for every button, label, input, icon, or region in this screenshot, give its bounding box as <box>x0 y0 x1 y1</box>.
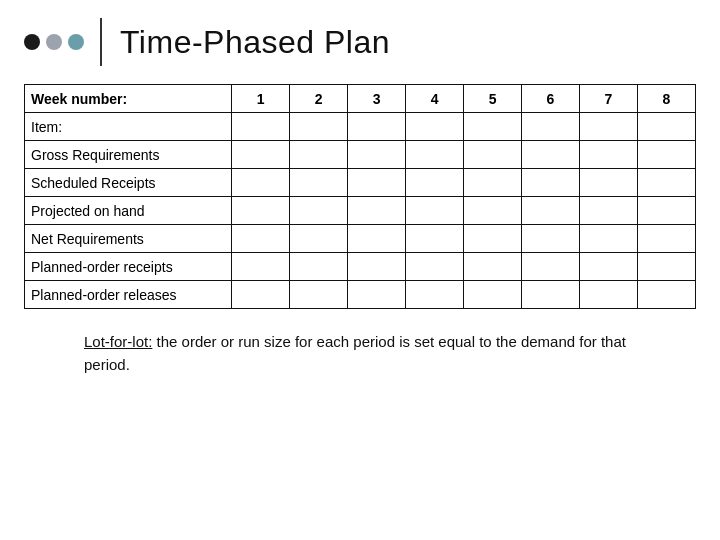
table-row-gross: Gross Requirements <box>25 141 696 169</box>
row-label-projected: Projected on hand <box>25 197 232 225</box>
week-col-1: 1 <box>232 85 290 113</box>
table-wrapper: Week number: 1 2 3 4 5 6 7 8 Item: <box>24 84 696 309</box>
week-col-4: 4 <box>406 85 464 113</box>
time-phased-table: Week number: 1 2 3 4 5 6 7 8 Item: <box>24 84 696 309</box>
dot-black <box>24 34 40 50</box>
week-col-6: 6 <box>522 85 580 113</box>
row-label-net: Net Requirements <box>25 225 232 253</box>
header-divider <box>100 18 102 66</box>
table-row-scheduled: Scheduled Receipts <box>25 169 696 197</box>
row-label-item: Item: <box>25 113 232 141</box>
table-row-planned-receipts: Planned-order receipts <box>25 253 696 281</box>
page-title: Time-Phased Plan <box>120 24 390 61</box>
table-header-row: Week number: 1 2 3 4 5 6 7 8 <box>25 85 696 113</box>
week-number-label: Week number: <box>25 85 232 113</box>
footer-text: Lot-for-lot: the order or run size for e… <box>84 331 644 376</box>
table-row-planned-releases: Planned-order releases <box>25 281 696 309</box>
page-container: Time-Phased Plan Week number: 1 2 3 4 5 … <box>0 0 720 540</box>
footer-underline: Lot-for-lot: <box>84 333 152 350</box>
table-row-projected: Projected on hand <box>25 197 696 225</box>
week-col-3: 3 <box>348 85 406 113</box>
week-col-8: 8 <box>637 85 695 113</box>
row-label-scheduled: Scheduled Receipts <box>25 169 232 197</box>
dot-gray <box>46 34 62 50</box>
week-col-7: 7 <box>580 85 638 113</box>
week-col-2: 2 <box>290 85 348 113</box>
row-label-planned-receipts: Planned-order receipts <box>25 253 232 281</box>
header: Time-Phased Plan <box>24 18 696 66</box>
dots-container <box>24 34 84 50</box>
table-row-item: Item: <box>25 113 696 141</box>
row-label-gross: Gross Requirements <box>25 141 232 169</box>
week-col-5: 5 <box>464 85 522 113</box>
table-row-net: Net Requirements <box>25 225 696 253</box>
dot-teal <box>68 34 84 50</box>
footer-body: the order or run size for each period is… <box>84 333 626 373</box>
row-label-planned-releases: Planned-order releases <box>25 281 232 309</box>
